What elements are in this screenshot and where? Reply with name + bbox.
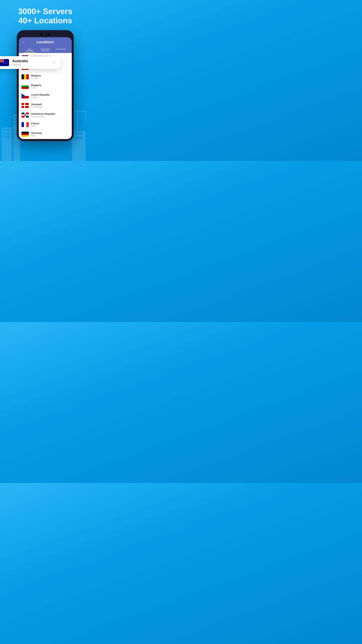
featured-location-card[interactable]: ★ ★ ★ ★ ★ Australia Sydney ☆ xyxy=(0,56,60,69)
tab-all-servers[interactable]: ALLSERVERS xyxy=(22,47,37,53)
list-item[interactable]: France Paris ☆ xyxy=(19,120,72,130)
phone-frame: ← Locations ALLSERVERS STREAMINGSERVERS … xyxy=(17,30,74,141)
belgium-flag xyxy=(21,74,29,79)
australia-flag: ★ ★ ★ ★ ★ xyxy=(0,59,9,66)
svg-point-58 xyxy=(24,114,26,116)
location-info: France Paris xyxy=(31,122,66,127)
tab-bar: ALLSERVERS STREAMINGSERVERS FAVOURITES xyxy=(22,47,68,53)
phone-screen: ← Locations ALLSERVERS STREAMINGSERVERS … xyxy=(19,37,72,139)
czech-flag xyxy=(21,94,29,98)
star-icon[interactable]: ☆ xyxy=(66,84,69,88)
star-icon[interactable]: ☆ xyxy=(66,94,69,98)
star-icon[interactable]: ☆ xyxy=(66,65,69,69)
location-info: Denmark Copenhagen xyxy=(31,103,66,108)
svg-marker-51 xyxy=(21,94,25,98)
app-header: ← Locations ALLSERVERS STREAMINGSERVERS … xyxy=(19,37,72,53)
location-info: Belgium Brussels xyxy=(31,74,66,80)
phone-notch xyxy=(19,32,72,37)
location-info: Bulgaria Sofia xyxy=(31,84,66,89)
hero-title: 3000+ Servers 40+ Locations xyxy=(3,7,87,25)
list-item[interactable]: Dominican Republic Santo Domingo ☆ xyxy=(19,110,72,120)
tab-favourites[interactable]: FAVOURITES xyxy=(53,47,68,53)
list-item[interactable]: Germany Berlin ☆ xyxy=(19,130,72,139)
phone-container: ★ ★ ★ ★ ★ Australia Sydney ☆ ← xyxy=(0,30,90,141)
bulgaria-flag xyxy=(21,84,29,89)
page-title: Locations xyxy=(27,40,63,44)
star-icon[interactable]: ☆ xyxy=(66,56,69,60)
camera-sensor xyxy=(46,34,47,36)
germany-flag xyxy=(21,132,29,137)
featured-info: Australia Sydney xyxy=(12,59,28,66)
back-button[interactable]: ← xyxy=(22,40,25,44)
camera-lens xyxy=(43,34,45,36)
featured-star-icon[interactable]: ☆ xyxy=(51,59,56,66)
svg-text:★: ★ xyxy=(5,61,5,62)
header-top: ← Locations xyxy=(22,40,68,44)
location-info: Dominican Republic Santo Domingo xyxy=(31,112,66,118)
denmark-flag xyxy=(21,103,29,108)
hero-section: 3000+ Servers 40+ Locations xyxy=(0,0,90,28)
star-icon[interactable]: ☆ xyxy=(66,132,69,136)
list-item[interactable]: Denmark Copenhagen ☆ xyxy=(19,101,72,110)
list-item[interactable]: Bulgaria Sofia ☆ xyxy=(19,82,72,91)
list-item[interactable]: Belgium Brussels ☆ xyxy=(19,72,72,82)
france-flag xyxy=(21,122,29,127)
star-icon[interactable]: ☆ xyxy=(66,104,69,108)
star-icon[interactable]: ☆ xyxy=(66,113,69,117)
star-icon[interactable]: ☆ xyxy=(66,122,69,126)
phone-camera xyxy=(40,33,50,36)
star-icon[interactable]: ☆ xyxy=(66,75,69,79)
location-info: Czech Republic Prague xyxy=(31,93,66,98)
tab-streaming-servers[interactable]: STREAMINGSERVERS xyxy=(37,47,53,53)
location-info: Germany Berlin xyxy=(31,132,66,137)
svg-text:★: ★ xyxy=(5,62,6,64)
list-item[interactable]: Czech Republic Prague ☆ xyxy=(19,91,72,101)
dominican-flag xyxy=(21,112,29,118)
svg-rect-36 xyxy=(0,60,4,61)
